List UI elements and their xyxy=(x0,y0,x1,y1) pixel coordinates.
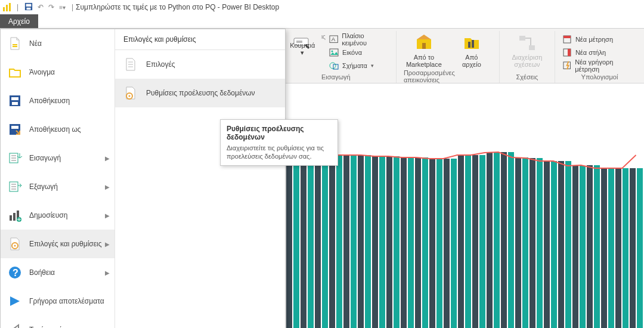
bar-dark[interactable] xyxy=(587,165,593,328)
bar-group[interactable] xyxy=(358,155,371,328)
image-button[interactable]: Εικόνα xyxy=(329,47,389,58)
backstage-options-settings[interactable]: Επιλογές και ρυθμίσεις▶ xyxy=(1,230,114,258)
bar-teal[interactable] xyxy=(351,155,357,328)
new-quick-measure-button[interactable]: Νέα γρήγορη μέτρηση xyxy=(562,60,637,72)
backstage-options-item[interactable]: Επιλογές xyxy=(115,50,285,79)
bar-teal[interactable] xyxy=(594,165,600,328)
bar-teal[interactable] xyxy=(365,155,371,328)
bar-teal[interactable] xyxy=(336,155,342,328)
bar-dark[interactable] xyxy=(329,155,335,328)
bar-group[interactable] xyxy=(301,158,314,328)
bar-dark[interactable] xyxy=(315,155,321,328)
bar-group[interactable] xyxy=(401,157,414,328)
new-column-button[interactable]: Νέα στήλη xyxy=(562,47,637,58)
backstage-new[interactable]: Νέα xyxy=(1,29,114,58)
bar-group[interactable] xyxy=(386,156,400,328)
bar-teal[interactable] xyxy=(293,158,299,328)
bar-teal[interactable] xyxy=(623,168,628,328)
manage-relationships-button[interactable]: Διαχείρισησχέσεων xyxy=(507,33,547,68)
new-measure-button[interactable]: Νέα μέτρηση xyxy=(562,33,637,45)
backstage-export[interactable]: Εξαγωγή▶ xyxy=(1,172,114,201)
bar-teal[interactable] xyxy=(537,158,543,328)
bar-group[interactable] xyxy=(515,157,528,328)
bar-group[interactable] xyxy=(472,155,485,328)
bar-group[interactable] xyxy=(601,168,614,328)
bar-teal[interactable] xyxy=(465,155,471,328)
customize-qat-icon[interactable]: ≡▾ xyxy=(59,4,66,11)
bar-group[interactable] xyxy=(487,153,500,328)
bar-group[interactable] xyxy=(458,155,471,328)
backstage-quick-results[interactable]: Γρήγορα αποτελέσματα xyxy=(1,287,114,315)
textbox-button[interactable]: AΠλαίσιο κειμένου xyxy=(329,33,389,45)
bar-group[interactable] xyxy=(343,155,357,328)
bar-teal[interactable] xyxy=(379,156,385,328)
bar-group[interactable] xyxy=(615,168,628,328)
bar-dark[interactable] xyxy=(386,156,392,328)
undo-icon[interactable]: ↶ xyxy=(38,3,44,11)
redo-icon[interactable]: ↷ xyxy=(48,3,54,11)
bar-dark[interactable] xyxy=(530,158,535,328)
bar-group[interactable] xyxy=(530,158,543,328)
bar-dark[interactable] xyxy=(286,158,292,328)
bar-dark[interactable] xyxy=(372,156,378,328)
bar-teal[interactable] xyxy=(637,168,643,328)
bar-teal[interactable] xyxy=(565,161,571,328)
file-tab[interactable]: Αρχείο xyxy=(0,14,38,28)
bar-group[interactable] xyxy=(501,152,514,328)
backstage-help[interactable]: ?Βοήθεια▶ xyxy=(1,258,114,287)
bar-dark[interactable] xyxy=(358,155,364,328)
bar-dark[interactable] xyxy=(558,161,564,328)
bar-teal[interactable] xyxy=(408,157,414,328)
bar-group[interactable] xyxy=(372,156,385,328)
bar-group[interactable] xyxy=(286,158,299,328)
from-file-button[interactable]: Απόαρχείο xyxy=(451,33,492,68)
bar-group[interactable] xyxy=(558,161,571,328)
bar-teal[interactable] xyxy=(580,166,586,328)
bar-teal[interactable] xyxy=(508,152,514,328)
bar-group[interactable] xyxy=(630,168,643,328)
bar-teal[interactable] xyxy=(436,159,442,328)
bar-teal[interactable] xyxy=(451,159,457,328)
bar-group[interactable] xyxy=(444,159,457,328)
bar-dark[interactable] xyxy=(515,157,521,328)
bar-teal[interactable] xyxy=(322,155,328,328)
bar-dark[interactable] xyxy=(444,159,450,328)
bar-dark[interactable] xyxy=(487,153,493,328)
combo-chart[interactable] xyxy=(286,149,644,328)
bar-teal[interactable] xyxy=(522,157,528,328)
bar-dark[interactable] xyxy=(615,168,621,328)
backstage-import[interactable]: Εισαγωγή▶ xyxy=(1,144,114,172)
bar-dark[interactable] xyxy=(401,157,407,328)
shapes-dropdown[interactable]: Σχήματα▾ xyxy=(329,60,389,72)
save-icon[interactable] xyxy=(24,2,33,13)
bar-group[interactable] xyxy=(315,155,328,328)
bar-group[interactable] xyxy=(587,165,600,328)
bar-group[interactable] xyxy=(572,166,586,328)
bar-dark[interactable] xyxy=(501,152,507,328)
bar-teal[interactable] xyxy=(308,158,314,328)
from-marketplace-button[interactable]: Από τοMarketplace xyxy=(404,33,444,68)
buttons-dropdown[interactable]: ις Κουμπιά▾ xyxy=(283,33,322,56)
bar-teal[interactable] xyxy=(479,155,485,328)
bar-dark[interactable] xyxy=(544,161,550,328)
backstage-open[interactable]: Άνοιγμα xyxy=(1,58,114,86)
backstage-save-as[interactable]: Αποθήκευση ως xyxy=(1,115,114,144)
bar-dark[interactable] xyxy=(458,155,464,328)
bar-teal[interactable] xyxy=(422,157,428,328)
bar-teal[interactable] xyxy=(608,168,614,328)
bar-dark[interactable] xyxy=(415,157,421,328)
bar-dark[interactable] xyxy=(630,168,636,328)
bar-teal[interactable] xyxy=(551,161,557,328)
backstage-datasource-settings-item[interactable]: Ρυθμίσεις προέλευσης δεδομένων xyxy=(115,79,285,107)
bar-dark[interactable] xyxy=(343,155,349,328)
backstage-save[interactable]: Αποθήκευση xyxy=(1,86,114,115)
bar-dark[interactable] xyxy=(572,166,578,328)
bar-group[interactable] xyxy=(415,157,428,328)
bar-dark[interactable] xyxy=(301,158,306,328)
bar-group[interactable] xyxy=(429,159,442,328)
bar-teal[interactable] xyxy=(394,156,400,328)
bar-dark[interactable] xyxy=(472,155,478,328)
backstage-publish[interactable]: Δημοσίευση▶ xyxy=(1,201,114,230)
bar-group[interactable] xyxy=(544,161,557,328)
bar-teal[interactable] xyxy=(494,153,500,328)
